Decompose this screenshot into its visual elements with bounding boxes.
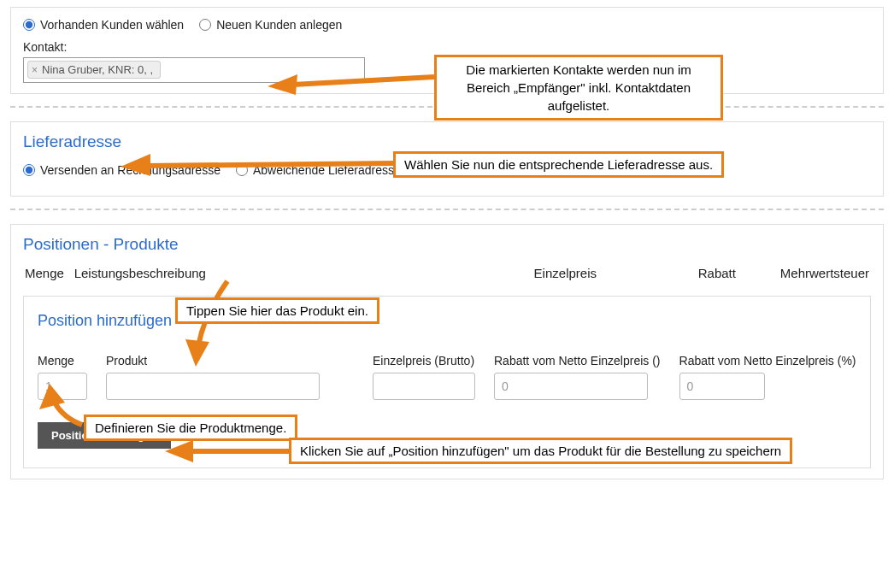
- annotation-type-product: Tippen Sie hier das Produkt ein.: [175, 297, 379, 324]
- radio-existing-customer[interactable]: Vorhanden Kunden wählen: [23, 18, 184, 32]
- field-qty-label: Menge: [38, 354, 87, 368]
- input-rabatt-abs[interactable]: [494, 373, 648, 400]
- radio-new-customer-label: Neuen Kunden anlegen: [216, 18, 342, 32]
- separator-2: [10, 209, 884, 210]
- field-qty: Menge: [38, 354, 87, 400]
- input-qty[interactable]: [38, 373, 87, 400]
- col-unitprice: Einzelpreis: [534, 266, 698, 280]
- annotation-add-button: Klicken Sie auf „Position hinzufügen" um…: [289, 438, 792, 464]
- arrow-add-button: [165, 439, 293, 464]
- annotation-contacts: Die markierten Kontakte werden nun im Be…: [434, 55, 723, 121]
- radio-billing-address-label: Versenden an Rechnungsadresse: [40, 163, 221, 177]
- add-position-card: Position hinzufügen Menge Produkt Einzel…: [23, 296, 871, 468]
- col-vat: Mehrwertsteuer: [780, 266, 869, 280]
- field-rabatt-abs-label: Rabatt vom Netto Einzelpreis (): [494, 354, 661, 368]
- page-root: Vorhanden Kunden wählen Neuen Kunden anl…: [0, 0, 894, 498]
- positions-columns: Menge Leistungsbeschreibung Einzelpreis …: [23, 266, 871, 280]
- add-position-fields: Menge Produkt Einzelpreis (Brutto) Rabat…: [38, 354, 856, 400]
- field-unitprice: Einzelpreis (Brutto): [373, 354, 475, 400]
- radio-other-address-input[interactable]: [236, 164, 248, 176]
- contact-tag-text: Nina Gruber, KNR: 0, ,: [42, 63, 153, 76]
- contact-label: Kontakt:: [23, 40, 871, 54]
- positions-title: Positionen - Produkte: [23, 235, 871, 254]
- radio-existing-customer-input[interactable]: [23, 19, 35, 31]
- input-product[interactable]: [106, 373, 320, 400]
- radio-new-customer[interactable]: Neuen Kunden anlegen: [199, 18, 342, 32]
- delivery-card: Lieferadresse Versenden an Rechnungsadre…: [10, 121, 884, 197]
- radio-other-address-label: Abweichende Lieferadresse: [253, 163, 401, 177]
- radio-billing-address[interactable]: Versenden an Rechnungsadresse: [23, 163, 221, 177]
- radio-other-address[interactable]: Abweichende Lieferadresse: [236, 163, 401, 177]
- col-rabatt: Rabatt: [698, 266, 780, 280]
- customer-card: Vorhanden Kunden wählen Neuen Kunden anl…: [10, 7, 884, 94]
- customer-mode-radios: Vorhanden Kunden wählen Neuen Kunden anl…: [23, 18, 871, 32]
- field-unitprice-label: Einzelpreis (Brutto): [373, 354, 475, 368]
- radio-existing-customer-label: Vorhanden Kunden wählen: [40, 18, 184, 32]
- positions-card: Positionen - Produkte Menge Leistungsbes…: [10, 224, 884, 479]
- field-rabatt-pct: Rabatt vom Netto Einzelpreis (%): [679, 354, 856, 400]
- field-rabatt-abs: Rabatt vom Netto Einzelpreis (): [494, 354, 661, 400]
- col-desc: Leistungsbeschreibung: [74, 266, 534, 280]
- input-unitprice[interactable]: [373, 373, 475, 400]
- add-position-title: Position hinzufügen: [38, 312, 856, 330]
- input-rabatt-pct[interactable]: [679, 373, 765, 400]
- close-icon[interactable]: ×: [32, 64, 38, 76]
- contact-input[interactable]: × Nina Gruber, KNR: 0, ,: [23, 57, 365, 83]
- col-qty: Menge: [25, 266, 74, 280]
- radio-billing-address-input[interactable]: [23, 164, 35, 176]
- field-product-label: Produkt: [106, 354, 320, 368]
- field-rabatt-pct-label: Rabatt vom Netto Einzelpreis (%): [679, 354, 856, 368]
- annotation-delivery: Wählen Sie nun die entsprechende Liefera…: [393, 151, 724, 178]
- radio-new-customer-input[interactable]: [199, 19, 211, 31]
- annotation-qty: Definieren Sie die Produktmenge.: [84, 415, 297, 441]
- contact-tag[interactable]: × Nina Gruber, KNR: 0, ,: [27, 61, 161, 79]
- delivery-title: Lieferadresse: [23, 132, 871, 151]
- field-product: Produkt: [106, 354, 320, 400]
